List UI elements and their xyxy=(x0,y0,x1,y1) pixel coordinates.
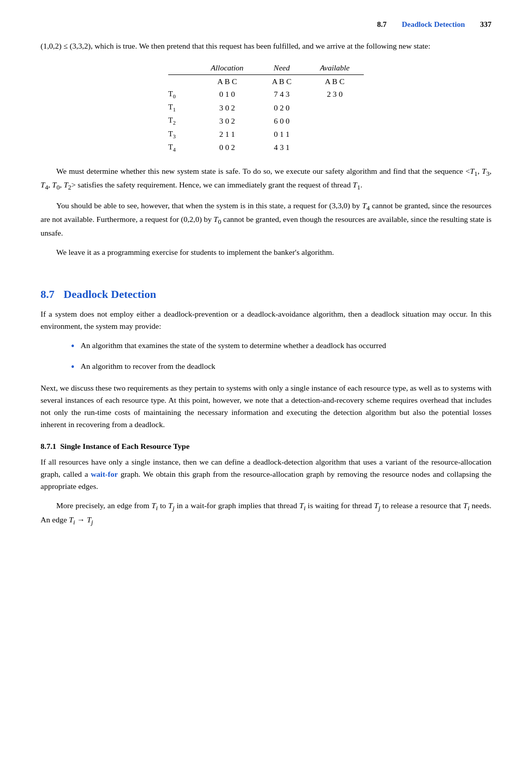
table-cell-need-0: 7 4 3 xyxy=(258,88,306,101)
table-subheader-alloc-abc: A B C xyxy=(197,74,258,88)
table-row: T3 2 1 1 0 1 1 xyxy=(168,128,364,141)
bullet-icon: • xyxy=(71,359,74,375)
table-cell-need-3: 0 1 1 xyxy=(258,128,306,141)
section-paragraph-1: If a system does not employ either a dea… xyxy=(41,308,491,332)
list-item-text: An algorithm that examines the state of … xyxy=(81,339,386,352)
bullet-list: • An algorithm that examines the state o… xyxy=(71,339,491,375)
table-subheader-need-abc: A B C xyxy=(258,74,306,88)
table-cell-need-4: 4 3 1 xyxy=(258,141,306,154)
subsection-paragraph-2: More precisely, an edge from Ti to Tj in… xyxy=(41,500,491,527)
table-cell-avail-4 xyxy=(306,141,364,154)
table-row: T2 3 0 2 6 0 0 xyxy=(168,114,364,127)
paragraph-3: We leave it as a programming exercise fo… xyxy=(41,246,491,258)
section-title: Deadlock Detection xyxy=(64,288,157,301)
wait-for-link[interactable]: wait-for xyxy=(91,470,118,478)
table-cell-alloc-0: 0 1 0 xyxy=(197,88,258,101)
table-col-need: Need xyxy=(258,61,306,74)
table-cell-need-2: 6 0 0 xyxy=(258,114,306,127)
table-cell-need-1: 0 2 0 xyxy=(258,101,306,114)
table-cell-alloc-3: 2 1 1 xyxy=(197,128,258,141)
list-item: • An algorithm that examines the state o… xyxy=(71,339,491,354)
table-cell-alloc-2: 3 0 2 xyxy=(197,114,258,127)
paragraph-1: We must determine whether this new syste… xyxy=(41,165,491,193)
table-col-available: Available xyxy=(306,61,364,74)
page-header: 8.7 Deadlock Detection 337 xyxy=(41,20,491,31)
table-row-label-header xyxy=(168,61,197,74)
table-col-allocation: Allocation xyxy=(197,61,258,74)
table-row-label-2: T2 xyxy=(168,114,197,127)
table-row-label-1: T1 xyxy=(168,101,197,114)
table-row-label-0: T0 xyxy=(168,88,197,101)
table-cell-avail-3 xyxy=(306,128,364,141)
allocation-table-wrapper: Allocation Need Available A B C A B C A … xyxy=(41,61,491,154)
subsection-title: Single Instance of Each Resource Type xyxy=(60,442,189,450)
table-row-label-3: T3 xyxy=(168,128,197,141)
table-row: T4 0 0 2 4 3 1 xyxy=(168,141,364,154)
section-heading-8-7: 8.7 Deadlock Detection xyxy=(41,288,491,301)
list-item-text: An algorithm to recover from the deadloc… xyxy=(81,360,215,372)
table-subheader-avail-abc: A B C xyxy=(306,74,364,88)
table-cell-avail-2 xyxy=(306,114,364,127)
allocation-table: Allocation Need Available A B C A B C A … xyxy=(168,61,364,154)
table-row: T1 3 0 2 0 2 0 xyxy=(168,101,364,114)
page-number: 337 xyxy=(480,20,492,29)
paragraph-2: You should be able to see, however, that… xyxy=(41,200,491,239)
subsection-number: 8.7.1 xyxy=(41,442,56,450)
section-number: 8.7 xyxy=(41,288,55,301)
bullet-icon: • xyxy=(71,338,74,354)
subsection-paragraph-1: If all resources have only a single inst… xyxy=(41,456,491,492)
table-cell-alloc-1: 3 0 2 xyxy=(197,101,258,114)
table-cell-avail-0: 2 3 0 xyxy=(306,88,364,101)
header-section-number: 8.7 xyxy=(377,20,387,29)
table-row: T0 0 1 0 7 4 3 2 3 0 xyxy=(168,88,364,101)
subsection-heading-8-7-1: 8.7.1 Single Instance of Each Resource T… xyxy=(41,442,491,451)
table-subheader-empty xyxy=(168,74,197,88)
header-section-title: Deadlock Detection xyxy=(402,20,465,29)
table-cell-alloc-4: 0 0 2 xyxy=(197,141,258,154)
list-item: • An algorithm to recover from the deadl… xyxy=(71,360,491,375)
intro-paragraph: (1,0,2) ≤ (3,3,2), which is true. We the… xyxy=(41,40,491,52)
table-row-label-4: T4 xyxy=(168,141,197,154)
section-paragraph-2: Next, we discuss these two requirements … xyxy=(41,382,491,431)
table-cell-avail-1 xyxy=(306,101,364,114)
